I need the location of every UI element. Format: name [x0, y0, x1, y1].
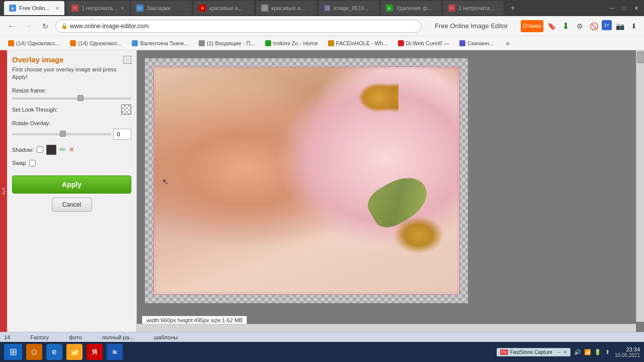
settings-icon[interactable]: ⚙ [574, 20, 586, 32]
window-close-button[interactable]: ✕ [632, 4, 640, 12]
image-info-text: width:660px height:495px size:1.62 MB [146, 317, 243, 323]
swap-checkbox[interactable] [29, 160, 36, 166]
bookmark-icon-2 [70, 40, 76, 46]
bookmark-label-2: (14) Однокласс... [78, 40, 122, 46]
bookmark-5[interactable]: Imikimi Zo - Home [261, 38, 322, 49]
start-button[interactable]: ⊞ [4, 344, 22, 360]
refresh-button[interactable]: ↻ [38, 19, 52, 33]
apply-button[interactable]: Apply [12, 175, 131, 194]
taskbar-icon-1[interactable]: ☺ [26, 344, 42, 360]
bookmark-label-1: (14) Однокласс... [16, 40, 60, 46]
tab-6[interactable]: 🖼 image_8619... [318, 1, 379, 15]
tab-4[interactable]: Я красивые а... [194, 1, 254, 15]
shadow-label: Shadow: [12, 147, 34, 153]
swap-row: Swap [12, 160, 131, 166]
shadow-pencil-icon[interactable]: ✏ [59, 145, 66, 154]
bookmark-1[interactable]: (14) Однокласс... [4, 38, 64, 49]
taskbar-icon-3[interactable]: 📁 [66, 344, 83, 360]
tab-favicon-6: 🖼 [324, 5, 331, 12]
window-maximize-button[interactable]: □ [620, 4, 628, 12]
faststone-icon: FS [500, 349, 508, 355]
bookmark-label-8: Скачанн... [467, 40, 494, 46]
canvas-scroll-area[interactable]: ↖ [137, 50, 644, 332]
stop-icon[interactable]: 🚫 [588, 20, 600, 32]
overlay-panel-icon[interactable]: □ [123, 56, 131, 64]
tab-label-5: красивые а... [271, 5, 311, 11]
tab-5[interactable]: ☰ красивые а... [256, 1, 316, 15]
faststone-bar[interactable]: FS FastStone Capture ─ ✕ [497, 348, 571, 356]
bookmark-3[interactable]: Валентина Ткаче... [128, 38, 193, 49]
forward-button[interactable]: → [21, 19, 35, 33]
rotate-slider-thumb[interactable] [60, 131, 66, 137]
bookmarks-more-icon[interactable]: » [502, 37, 514, 49]
tab-label-7: Удаление ф... [396, 5, 436, 11]
look-through-box[interactable] [121, 105, 131, 115]
bookmark-2[interactable]: (14) Однокласс... [66, 38, 126, 49]
bookmark-icon-1 [8, 40, 14, 46]
bookmark-icon-5 [265, 40, 271, 46]
tab-close-1[interactable]: ✕ [55, 6, 59, 11]
back-button[interactable]: ← [4, 19, 18, 33]
tab-label-1: Free Onlin... [19, 5, 52, 11]
bookmark-4[interactable]: (1) Входящие - П... [195, 38, 259, 49]
overlay-panel-title: Overlay image □ [12, 55, 131, 64]
tab-active[interactable]: ● Free Onlin... ✕ [4, 1, 64, 15]
taskbar: ⊞ ☺ e 📁 Я ik FS FastStone Capture ─ ✕ [0, 342, 644, 362]
download-icon2[interactable]: ⬇ [628, 20, 640, 32]
resize-slider-track [12, 98, 131, 100]
resize-frame-row: Resize frame: [12, 87, 131, 94]
cancel-button[interactable]: Cancel [52, 198, 92, 212]
tab-favicon-3: ★ [136, 5, 143, 12]
download-arrow-icon[interactable]: ⬇ [559, 20, 572, 32]
edge-button[interactable]: 174 [2, 186, 6, 196]
tab-2[interactable]: ✉ 1 непрочита... ✕ [66, 1, 129, 15]
horizontal-scrollbar[interactable] [137, 324, 636, 332]
resize-slider-row [12, 98, 131, 100]
shadow-checkbox[interactable] [37, 146, 43, 153]
overlay-title-text: Overlay image [12, 55, 64, 64]
tab-7[interactable]: ▶ Удаление ф... [381, 1, 441, 15]
reviews-button[interactable]: Отзывы [521, 20, 543, 32]
taskbar-icon-5[interactable]: ik [107, 344, 123, 360]
taskbar-right: FS FastStone Capture ─ ✕ 🔊 📶 🔋 ⬆ 23:34 1… [497, 346, 640, 358]
bookmark-icon[interactable]: 🔖 [545, 20, 557, 32]
taskbar-icon-4[interactable]: Я [87, 344, 103, 360]
bookmark-8[interactable]: Скачанн... [455, 38, 498, 49]
tab-8[interactable]: ✉ 1 непрочита... [443, 1, 504, 15]
shadow-clear-icon[interactable]: ✕ [69, 146, 74, 153]
vertical-scrollbar[interactable] [636, 50, 644, 322]
tab-label-2: 1 непрочита... [82, 5, 117, 11]
browser-window: ● Free Onlin... ✕ ✉ 1 непрочита... ✕ ★ З… [0, 0, 644, 362]
rotate-slider-row [12, 129, 131, 140]
scrollbar-thumb[interactable] [637, 51, 644, 63]
bottom-label-5: шаблоны [154, 334, 178, 340]
address-bar[interactable]: 🔒 www.online-image-editor.com [55, 20, 422, 33]
tray-icon-2[interactable]: 📶 [584, 348, 592, 356]
bookmark-icon-8 [459, 40, 465, 46]
tab-favicon-7: ▶ [386, 5, 393, 12]
tab-favicon-2: ✉ [71, 5, 78, 12]
faststone-minimize[interactable]: ─ [557, 349, 561, 355]
camera-icon[interactable]: 📷 [614, 20, 626, 32]
resize-slider-thumb[interactable] [77, 95, 84, 101]
tab-close-2[interactable]: ✕ [120, 6, 124, 11]
main-content: 174 Overlay image □ First choose your ov… [0, 50, 644, 332]
page-title: Free Online Image Editor [425, 22, 518, 30]
rotate-value-input[interactable] [113, 129, 131, 140]
new-tab-button[interactable]: + [506, 1, 520, 15]
tab-3[interactable]: ★ Закладки [131, 1, 192, 15]
addon-icon[interactable]: 2+ [602, 20, 612, 30]
tray-icon-3[interactable]: 🔋 [594, 348, 602, 356]
swap-label: Swap [12, 160, 26, 166]
shadow-row: Shadow: ✏ ✕ [12, 145, 131, 155]
tab-label-4: красивые а... [209, 5, 249, 11]
shadow-color-swatch[interactable] [46, 145, 56, 155]
sys-tray: 🔊 📶 🔋 ⬆ [574, 348, 612, 356]
tray-icon-4[interactable]: ⬆ [604, 348, 612, 356]
bookmark-6[interactable]: FACEinHOLE - Wh... [324, 38, 392, 49]
tray-icon-1[interactable]: 🔊 [574, 348, 582, 356]
bookmark-7[interactable]: Dr.Web CureIt! — [394, 38, 454, 49]
faststone-close[interactable]: ✕ [563, 349, 567, 355]
window-minimize-button[interactable]: ─ [608, 4, 616, 12]
taskbar-icon-2[interactable]: e [46, 344, 62, 360]
